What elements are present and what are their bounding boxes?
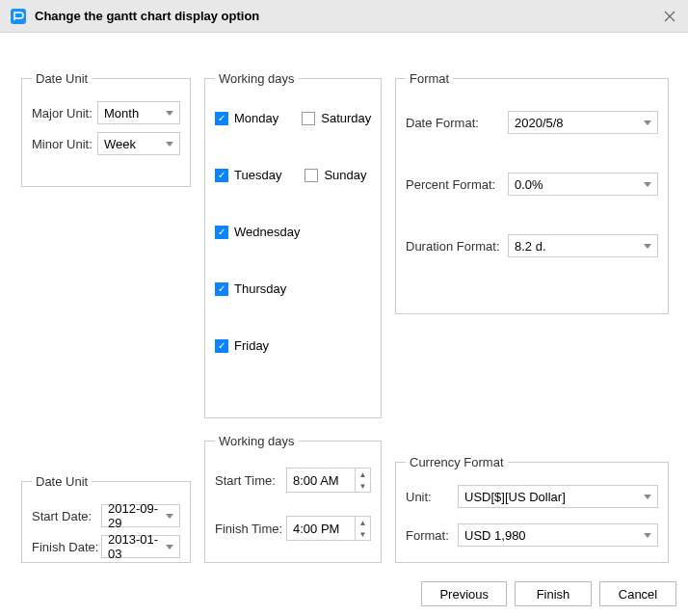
chevron-down-icon xyxy=(644,182,651,187)
dialog-title: Change the gantt chart display option xyxy=(35,9,661,23)
checkbox-checked-icon: ✓ xyxy=(215,169,228,182)
date-unit-legend: Date Unit xyxy=(32,71,92,86)
duration-format-select[interactable]: 8.2 d. xyxy=(508,234,658,257)
percent-format-value: 0.0% xyxy=(515,177,543,192)
minor-unit-value: Week xyxy=(104,137,136,151)
checkbox-checked-icon: ✓ xyxy=(215,226,228,239)
finish-time-label: Finish Time: xyxy=(215,522,286,536)
date-format-select[interactable]: 2020/5/8 xyxy=(508,111,658,134)
finish-button[interactable]: Finish xyxy=(515,581,592,606)
day-checkbox-sunday[interactable]: Sunday xyxy=(304,168,366,182)
currency-unit-select[interactable]: USD[$][US Dollar] xyxy=(458,485,658,508)
day-label: Monday xyxy=(234,111,278,125)
spinner-up-icon[interactable]: ▲ xyxy=(356,469,370,480)
day-label: Wednesday xyxy=(234,225,300,239)
duration-format-label: Duration Format: xyxy=(406,239,508,254)
finish-date-value: 2013-01-03 xyxy=(108,532,160,561)
day-label: Friday xyxy=(234,338,269,353)
working-hours-legend: Working days xyxy=(215,434,299,448)
day-checkbox-monday[interactable]: ✓Monday xyxy=(215,111,278,125)
finish-date-select[interactable]: 2013-01-03 xyxy=(101,535,180,558)
checkbox-icon xyxy=(304,169,318,182)
day-checkbox-wednesday[interactable]: ✓Wednesday xyxy=(215,225,300,239)
start-time-label: Start Time: xyxy=(215,473,286,488)
currency-format-legend: Currency Format xyxy=(406,455,508,469)
day-label: Saturday xyxy=(321,111,371,125)
day-checkbox-saturday[interactable]: Saturday xyxy=(302,111,371,125)
start-date-select[interactable]: 2012-09-29 xyxy=(101,504,180,527)
day-checkbox-tuesday[interactable]: ✓Tuesday xyxy=(215,168,281,182)
major-unit-label: Major Unit: xyxy=(32,106,97,121)
chevron-down-icon xyxy=(644,121,651,125)
percent-format-select[interactable]: 0.0% xyxy=(508,173,658,196)
previous-button[interactable]: Previous xyxy=(421,581,507,606)
start-date-value: 2012-09-29 xyxy=(108,501,160,530)
chevron-down-icon xyxy=(166,545,173,549)
currency-format-select[interactable]: USD 1,980 xyxy=(458,523,658,547)
chevron-down-icon xyxy=(166,514,173,519)
checkbox-checked-icon: ✓ xyxy=(215,282,228,296)
finish-date-label: Finish Date: xyxy=(32,540,101,554)
currency-unit-value: USD[$][US Dollar] xyxy=(464,490,566,504)
day-checkbox-friday[interactable]: ✓Friday xyxy=(215,338,269,353)
date-format-label: Date Format: xyxy=(406,116,508,130)
finish-time-value: 4:00 PM xyxy=(293,522,339,536)
spinner-up-icon[interactable]: ▲ xyxy=(356,517,370,528)
start-time-spinner[interactable]: 8:00 AM ▲ ▼ xyxy=(286,468,371,493)
day-label: Thursday xyxy=(234,281,286,296)
checkbox-checked-icon: ✓ xyxy=(215,112,228,125)
major-unit-value: Month xyxy=(104,106,139,121)
working-days-legend: Working days xyxy=(215,71,299,86)
chevron-down-icon xyxy=(166,111,173,116)
finish-time-spinner[interactable]: 4:00 PM ▲ ▼ xyxy=(286,516,371,541)
minor-unit-select[interactable]: Week xyxy=(97,132,180,155)
chevron-down-icon xyxy=(644,533,651,538)
chevron-down-icon xyxy=(166,142,173,147)
spinner-down-icon[interactable]: ▼ xyxy=(356,528,370,540)
currency-format-label: Format: xyxy=(406,528,458,543)
duration-format-value: 8.2 d. xyxy=(515,239,546,254)
app-logo-icon xyxy=(10,8,27,25)
start-date-label: Start Date: xyxy=(32,509,101,523)
major-unit-select[interactable]: Month xyxy=(97,101,180,124)
date-format-value: 2020/5/8 xyxy=(515,116,564,130)
day-label: Sunday xyxy=(324,168,366,182)
currency-format-value: USD 1,980 xyxy=(464,528,526,543)
working-hours-group: Working days Start Time: 8:00 AM ▲ ▼ Fin… xyxy=(204,434,382,563)
date-range-group: Date Unit Start Date: 2012-09-29 Finish … xyxy=(21,474,191,563)
date-unit-group: Date Unit Major Unit: Month Minor Unit: … xyxy=(21,71,191,187)
currency-unit-label: Unit: xyxy=(406,490,458,504)
start-time-value: 8:00 AM xyxy=(293,473,339,488)
percent-format-label: Percent Format: xyxy=(406,177,508,192)
cancel-button[interactable]: Cancel xyxy=(599,581,676,606)
day-label: Tuesday xyxy=(234,168,281,182)
chevron-down-icon xyxy=(644,244,651,249)
working-days-group: Working days ✓MondaySaturday✓TuesdaySund… xyxy=(204,71,382,418)
date-range-legend: Date Unit xyxy=(32,474,92,489)
chevron-down-icon xyxy=(644,495,651,499)
currency-format-group: Currency Format Unit: USD[$][US Dollar] … xyxy=(395,455,669,563)
checkbox-checked-icon: ✓ xyxy=(215,339,228,353)
day-checkbox-thursday[interactable]: ✓Thursday xyxy=(215,281,286,296)
checkbox-icon xyxy=(302,112,315,125)
format-group: Format Date Format: 2020/5/8 Percent For… xyxy=(395,71,669,314)
spinner-down-icon[interactable]: ▼ xyxy=(356,480,370,492)
format-legend: Format xyxy=(406,71,453,86)
minor-unit-label: Minor Unit: xyxy=(32,137,97,151)
close-icon[interactable] xyxy=(661,8,678,25)
